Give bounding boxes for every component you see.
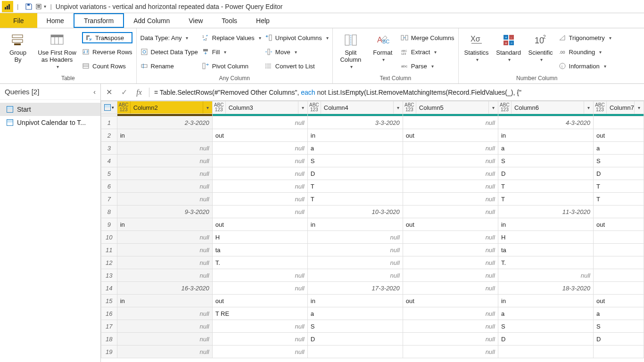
cell[interactable]: null [307,256,403,269]
cell[interactable]: T [498,180,593,193]
table-row[interactable]: 89-3-2020null10-3-2020null11-3-2020 [101,206,644,218]
filter-dropdown-icon[interactable]: ▾ [584,101,593,114]
menu-file[interactable]: File [0,13,37,28]
type-icon[interactable]: ABC 123 [403,101,416,114]
cell[interactable]: in [498,129,593,142]
cell[interactable]: T [593,180,644,193]
cell[interactable]: null [117,256,212,269]
cell[interactable]: T [307,180,403,193]
cell[interactable]: null [117,307,212,320]
table-row[interactable]: 15inoutinoutinout [101,295,644,307]
table-row[interactable]: 5nullnullDnullDD [101,167,644,180]
replace-values-button[interactable]: 12 Replace Values [202,32,261,43]
information-button[interactable]: i Information [559,60,611,72]
table-row[interactable]: 6nullnullTnullTT [101,180,644,193]
merge-columns-button[interactable]: Merge Columns [401,32,454,43]
cell[interactable]: null [117,142,212,155]
cell[interactable]: null [307,231,403,244]
use-first-row-button[interactable]: Use First Row as Headers [36,30,78,69]
cell[interactable]: 9-3-2020 [117,206,212,218]
count-rows-button[interactable]: Count Rows [82,60,132,72]
rounding-button[interactable]: .00 Rounding [559,46,611,58]
cell[interactable]: T [307,193,403,206]
cell[interactable]: out [403,295,498,307]
cell[interactable]: null [212,167,307,180]
filter-dropdown-icon[interactable]: ▾ [393,101,403,114]
fill-button[interactable]: Fill [202,46,261,58]
cell[interactable]: null [212,269,307,282]
column-header[interactable]: ABC 123 Column7 ▾ [593,101,644,114]
table-row[interactable]: 18nullnullDnullDD [101,333,644,346]
cell[interactable]: D [593,333,644,346]
cell[interactable]: D [307,333,403,346]
cell[interactable]: T [498,193,593,206]
cell[interactable]: null [212,116,307,129]
type-icon[interactable]: ABC 123 [498,101,512,114]
cell[interactable]: null [117,167,212,180]
cell[interactable]: null [403,256,498,269]
type-icon[interactable]: ABC 123 [594,101,607,114]
cell[interactable]: null [117,346,212,358]
standard-button[interactable]: +-×÷ Standard [495,30,523,62]
formula-text[interactable]: = Table.SelectRows(#"Removed Other Colum… [154,89,521,96]
cell[interactable]: null [403,346,498,358]
table-row[interactable]: 19nullnullnull [101,346,644,358]
cell[interactable]: a [593,307,644,320]
formula-cancel-icon[interactable]: ✕ [104,88,114,97]
column-header[interactable]: ABC 123 Column2 ▾ [117,101,212,114]
menu-help[interactable]: Help [247,13,279,28]
table-row[interactable]: 3nullnullanullaa [101,142,644,155]
menu-view[interactable]: View [179,13,212,28]
cell[interactable]: a [593,142,644,155]
cell[interactable] [593,256,644,269]
cell[interactable]: S [498,155,593,167]
cell[interactable]: null [212,155,307,167]
cell[interactable]: H [498,231,593,244]
cell[interactable] [593,244,644,256]
cell[interactable]: T. [498,256,593,269]
cell[interactable]: null [403,167,498,180]
parse-button[interactable]: abc Parse [401,60,454,72]
cell[interactable]: in [307,218,403,231]
cell[interactable]: D [593,167,644,180]
cell[interactable] [498,346,593,358]
cell[interactable]: a [498,142,593,155]
table-row[interactable]: 4nullnullSnullSS [101,155,644,167]
menu-tools[interactable]: Tools [212,13,247,28]
cell[interactable]: 18-3-2020 [498,282,593,295]
pivot-button[interactable]: Pivot Column [202,60,261,72]
cell[interactable]: out [403,129,498,142]
cell[interactable]: null [403,206,498,218]
cell[interactable]: null [117,180,212,193]
move-button[interactable]: Move [265,46,329,58]
cell[interactable]: null [403,155,498,167]
cell[interactable]: null [212,282,307,295]
cell[interactable]: null [117,155,212,167]
cell[interactable]: 10-3-2020 [307,206,403,218]
cell[interactable]: null [403,231,498,244]
filter-dropdown-icon[interactable]: ▾ [488,101,498,114]
cell[interactable] [593,346,644,358]
cell[interactable]: D [498,167,593,180]
type-icon[interactable]: ABC 123 [117,101,131,114]
data-type-button[interactable]: Data Type: Any [140,32,198,43]
table-row[interactable]: 10nullHnullnullH [101,231,644,244]
cell[interactable]: null [117,193,212,206]
menu-home[interactable]: Home [37,13,74,28]
cell[interactable] [593,231,644,244]
cell[interactable]: out [403,218,498,231]
cell[interactable]: null [403,307,498,320]
cell[interactable]: in [307,129,403,142]
cell[interactable]: null [212,320,307,333]
cell[interactable]: out [212,129,307,142]
undo-icon[interactable] [35,3,43,10]
cell[interactable]: null [403,142,498,155]
cell[interactable]: S [498,320,593,333]
collapse-icon[interactable]: ‹ [93,88,96,96]
filter-dropdown-icon[interactable]: ▾ [203,101,212,114]
filter-dropdown-icon[interactable]: ▾ [298,101,307,114]
column-header[interactable]: ABC 123 Column4 ▾ [307,101,403,114]
detect-data-type-button[interactable]: Detect Data Type [140,46,198,58]
trigonometry-button[interactable]: Trigonometry [559,32,611,43]
cell[interactable]: T. [212,256,307,269]
